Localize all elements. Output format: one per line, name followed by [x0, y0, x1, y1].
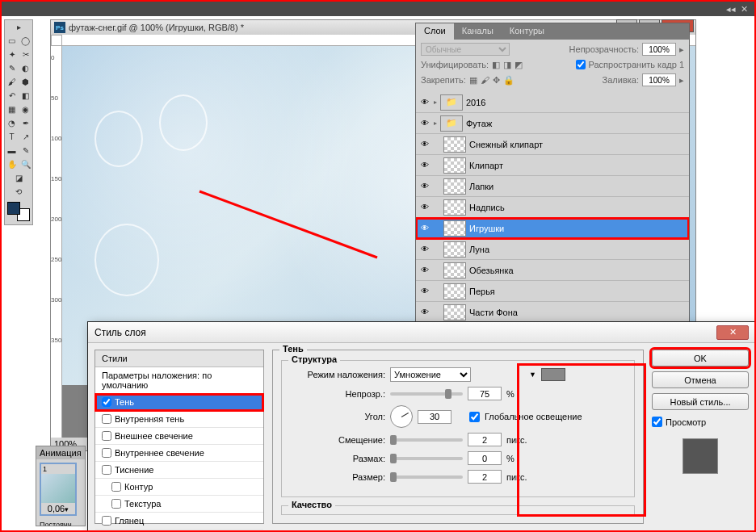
- size-slider[interactable]: [390, 475, 463, 479]
- visibility-icon[interactable]: 👁: [419, 139, 430, 150]
- visibility-icon[interactable]: 👁: [419, 286, 430, 297]
- preview-checkbox[interactable]: [652, 417, 662, 427]
- type-tool[interactable]: T: [5, 130, 19, 144]
- close-icon[interactable]: ✕: [741, 4, 748, 15]
- expand-icon[interactable]: ▸: [434, 119, 437, 127]
- style-checkbox[interactable]: [102, 414, 111, 424]
- layer-row[interactable]: 👁Надпись: [416, 197, 689, 218]
- layer-row[interactable]: 👁Части Фона: [416, 302, 689, 323]
- lasso-tool[interactable]: ◯: [19, 34, 32, 48]
- animation-frame[interactable]: 1 0,06▾: [40, 463, 77, 516]
- angle-input[interactable]: [418, 410, 452, 424]
- visibility-icon[interactable]: 👁: [419, 202, 430, 213]
- style-item[interactable]: Тень: [95, 394, 263, 411]
- global-light-checkbox[interactable]: [469, 412, 480, 422]
- spread-input[interactable]: [468, 451, 502, 465]
- dialog-close-button[interactable]: ✕: [716, 325, 749, 340]
- ok-button[interactable]: OK: [652, 350, 749, 367]
- dropdown-icon[interactable]: ▸: [679, 44, 684, 55]
- visibility-icon[interactable]: 👁: [419, 265, 430, 276]
- unify-icon[interactable]: ◧: [492, 60, 500, 70]
- notes-tool[interactable]: ✎: [19, 144, 32, 157]
- lock-pixels-icon[interactable]: 🖌: [481, 75, 489, 85]
- frame-delay[interactable]: 0,06▾: [41, 503, 75, 514]
- layer-row[interactable]: 👁Снежный клипарт: [416, 134, 689, 155]
- style-item[interactable]: Контур: [95, 479, 263, 496]
- style-checkbox[interactable]: [111, 499, 121, 509]
- crop-tool[interactable]: ✂: [19, 48, 32, 61]
- stamp-tool[interactable]: ⬢: [19, 75, 32, 89]
- layer-row[interactable]: 👁Луна: [416, 239, 689, 260]
- style-checkbox[interactable]: [102, 431, 111, 441]
- visibility-icon[interactable]: 👁: [419, 223, 430, 234]
- zoom-tool[interactable]: 🔍: [19, 157, 32, 171]
- shadow-opacity-input[interactable]: [468, 387, 502, 400]
- dropdown-icon[interactable]: ▸: [679, 75, 684, 86]
- layer-row[interactable]: 👁Лапки: [416, 176, 689, 197]
- gradient-tool[interactable]: ▦: [5, 103, 19, 116]
- collapse-icon[interactable]: ◂◂: [726, 4, 736, 15]
- style-item[interactable]: Текстура: [95, 496, 263, 513]
- 3d-tool[interactable]: ◪: [5, 171, 32, 185]
- offset-input[interactable]: [468, 433, 502, 446]
- cancel-button[interactable]: Отмена: [652, 371, 749, 388]
- visibility-icon[interactable]: 👁: [419, 307, 430, 318]
- tab-layers[interactable]: Слои: [416, 23, 454, 40]
- new-style-button[interactable]: Новый стиль...: [652, 393, 749, 410]
- fill-input[interactable]: [642, 73, 676, 86]
- layer-row[interactable]: 👁Перья: [416, 281, 689, 302]
- dialog-titlebar[interactable]: Стиль слоя ✕: [88, 322, 755, 343]
- visibility-icon[interactable]: 👁: [419, 118, 430, 129]
- path-tool[interactable]: ↗: [19, 130, 32, 144]
- style-checkbox[interactable]: [102, 465, 111, 475]
- lock-all-icon[interactable]: 🔒: [503, 75, 514, 86]
- marquee-tool[interactable]: ▭: [5, 34, 19, 48]
- offset-slider[interactable]: [390, 438, 463, 442]
- layer-row[interactable]: 👁Клипарт: [416, 155, 689, 176]
- style-item[interactable]: Внутреннее свечение: [95, 445, 263, 462]
- heal-tool[interactable]: ◐: [19, 61, 32, 75]
- unify-icon[interactable]: ◩: [514, 60, 523, 70]
- style-checkbox[interactable]: [111, 482, 121, 492]
- foreground-color[interactable]: [7, 202, 20, 215]
- style-item[interactable]: Тиснение: [95, 462, 263, 479]
- 3d-rotate-tool[interactable]: ⟲: [5, 185, 32, 199]
- layer-row[interactable]: 👁Игрушки: [416, 218, 689, 239]
- visibility-icon[interactable]: 👁: [419, 244, 430, 255]
- spread-slider[interactable]: [390, 457, 463, 460]
- style-item[interactable]: Внешнее свечение: [95, 428, 263, 445]
- styles-header[interactable]: Стили: [95, 350, 263, 367]
- visibility-icon[interactable]: 👁: [419, 181, 430, 192]
- blend-mode-select[interactable]: Обычные: [421, 43, 510, 56]
- tab-paths[interactable]: Контуры: [502, 23, 552, 40]
- size-input[interactable]: [468, 470, 502, 484]
- layer-row[interactable]: 👁▸📁2016: [416, 92, 689, 113]
- dropdown-arrow-icon[interactable]: ▼: [529, 371, 536, 379]
- loop-select[interactable]: Постоянн: [36, 519, 85, 526]
- angle-dial[interactable]: [390, 405, 413, 428]
- style-item[interactable]: Глянец: [95, 513, 263, 530]
- animation-tab[interactable]: Анимация: [36, 446, 85, 459]
- lock-position-icon[interactable]: ✥: [493, 75, 500, 86]
- blending-options-item[interactable]: Параметры наложения: по умолчанию: [95, 367, 263, 394]
- style-item[interactable]: Внутренняя тень: [95, 411, 263, 428]
- shadow-blend-select[interactable]: Умножение: [390, 367, 471, 382]
- layer-row[interactable]: 👁▸📁Футаж: [416, 113, 689, 134]
- lock-transparency-icon[interactable]: ▦: [469, 75, 477, 86]
- expand-icon[interactable]: ▸: [434, 98, 437, 106]
- style-checkbox[interactable]: [102, 397, 111, 407]
- move-tool[interactable]: ▸: [5, 20, 32, 34]
- layer-row[interactable]: 👁Обезьянка: [416, 260, 689, 281]
- opacity-input[interactable]: [642, 43, 676, 56]
- eyedropper-tool[interactable]: ✎: [5, 61, 19, 75]
- visibility-icon[interactable]: 👁: [419, 160, 430, 171]
- color-swatches[interactable]: [6, 200, 32, 223]
- propagate-checkbox[interactable]: [576, 58, 586, 71]
- style-checkbox[interactable]: [102, 448, 111, 458]
- eraser-tool[interactable]: ◧: [19, 89, 32, 103]
- history-brush-tool[interactable]: ↶: [5, 89, 19, 103]
- blur-tool[interactable]: ◉: [19, 103, 32, 116]
- pen-tool[interactable]: ✒: [19, 116, 32, 130]
- brush-tool[interactable]: 🖌: [5, 75, 19, 89]
- shape-tool[interactable]: ▬: [5, 144, 19, 157]
